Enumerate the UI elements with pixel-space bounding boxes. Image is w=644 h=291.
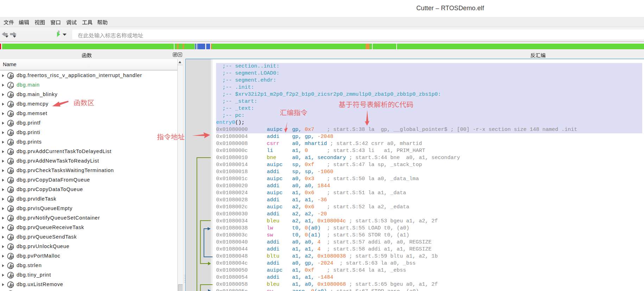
svg-text:m: m bbox=[11, 84, 13, 88]
